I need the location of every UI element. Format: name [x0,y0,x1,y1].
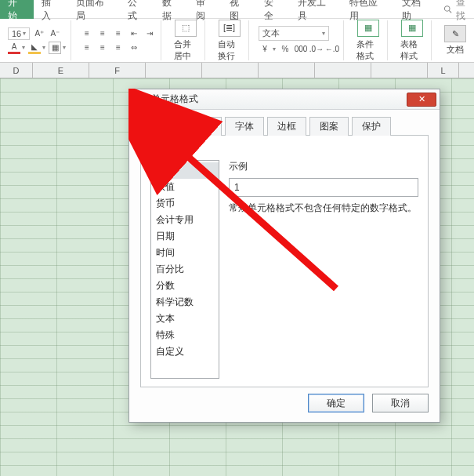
border-button[interactable]: ▦▾ [49,42,66,54]
number-format-selector[interactable]: 文本▾ [259,26,329,41]
dialog-button-row: 确定 取消 [129,394,440,422]
category-item[interactable]: 科学记数 [151,294,219,311]
close-button[interactable]: ✕ [407,93,436,107]
auto-wrap-label: 自动换行 [218,38,241,62]
category-item[interactable]: 自定义 [151,343,219,360]
column-header[interactable]: E [33,63,89,78]
indent-right-icon[interactable]: ⇥ [143,27,156,40]
text-group-icon: ✎ [444,25,466,42]
align-right-icon[interactable]: ≡ [112,42,125,54]
search-box[interactable]: 查找 [437,0,474,23]
conditional-format-icon: ▦ [357,20,379,37]
category-list[interactable]: 常规数值货币会计专用日期时间百分比分数科学记数文本特殊自定义 [150,160,219,379]
ribbon-text-group: ✎ 文档 [436,20,474,60]
percent-icon[interactable]: % [279,42,291,55]
auto-wrap-icon: [≣] [219,20,241,37]
merge-center-button[interactable]: ⬚ 合并居中 [171,20,200,62]
search-label: 查找 [456,0,474,23]
merge-center-icon: ⬚ [175,20,197,37]
font-color-icon: A [8,42,20,54]
dialog-title: 单元格格式 [151,93,407,106]
dialog-body: 分类(C): 常规数值货币会计专用日期时间百分比分数科学记数文本特殊自定义 示例… [140,135,429,387]
cancel-button[interactable]: 取消 [372,394,429,412]
currency-button[interactable]: ¥▾ [259,42,276,55]
increase-decimal-icon[interactable]: .0→ [310,42,323,55]
font-color-button[interactable]: A▾ [8,42,25,54]
format-description: 常规单元格格式不包含任何特定的数字格式。 [229,202,418,215]
app-icon: S [134,93,147,106]
tab-font[interactable]: 字体 [225,117,264,136]
tab-pattern[interactable]: 图案 [309,117,349,136]
menu-data[interactable]: 数据 [154,0,188,19]
decrease-font-icon[interactable]: A⁻ [49,27,61,40]
category-item[interactable]: 百分比 [151,261,219,278]
column-header[interactable] [315,63,371,78]
column-header[interactable] [371,63,428,78]
column-header[interactable]: F [89,63,146,78]
category-item[interactable]: 文本 [151,311,219,327]
indent-left-icon[interactable]: ⇤ [128,27,140,40]
column-header[interactable] [259,63,315,78]
align-bottom-icon[interactable]: ≡ [112,27,125,40]
align-left-icon[interactable]: ≡ [81,42,93,54]
menu-dev-tools[interactable]: 开发工具 [290,0,342,19]
column-header[interactable] [202,63,259,78]
ribbon-align-group: ≡ ≡ ≡ ⇤ ⇥ ≡ ≡ ≡ ⇔ [76,20,161,60]
menu-review[interactable]: 审阅 [188,0,222,19]
column-headers: DEFL [0,63,474,78]
conditional-format-button[interactable]: ▦ 条件格式 [353,20,382,62]
merge-center-label: 合并居中 [174,38,197,62]
category-item[interactable]: 日期 [151,228,219,245]
category-item[interactable]: 数值 [151,179,219,195]
align-center-icon[interactable]: ≡ [96,42,109,54]
menu-view[interactable]: 视图 [222,0,255,19]
category-item[interactable]: 常规 [151,162,219,179]
ribbon-table-style-group: ▦ 表格样式 [393,20,432,60]
align-middle-icon[interactable]: ≡ [96,27,109,40]
category-item[interactable]: 时间 [151,245,219,261]
ribbon: 16▾ A⁺ A⁻ A▾ ◣▾ ▦▾ ≡ ≡ ≡ ⇤ ⇥ ≡ ≡ ≡ ⇔ ⬚ 合… [0,19,474,63]
sample-label: 示例 [229,160,418,173]
menu-special-apps[interactable]: 特色应用 [342,0,394,19]
tab-start[interactable]: 开始 [0,0,34,19]
dialog-titlebar[interactable]: S 单元格格式 ✕ [129,89,440,110]
comma-icon[interactable]: 000 [295,42,307,55]
tab-border[interactable]: 边框 [267,117,306,136]
text-group-button[interactable]: ✎ 文档 [441,25,469,56]
tab-number[interactable]: 数字 [140,117,179,136]
ribbon-font-group: 16▾ A⁺ A⁻ A▾ ◣▾ ▦▾ [3,20,71,60]
category-detail-pane: 示例 1 常规单元格格式不包含任何特定的数字格式。 [229,160,418,379]
ribbon-wrap-group: [≣] 自动换行 [210,20,249,60]
svg-point-0 [445,5,450,11]
menu-formula[interactable]: 公式 [120,0,154,19]
menu-bar: 开始 插入 页面布局 公式 数据 审阅 视图 安全 开发工具 特色应用 文档助 … [0,0,474,19]
tab-alignment[interactable]: 对齐 [183,117,222,136]
category-item[interactable]: 货币 [151,195,219,212]
currency-icon: ¥ [259,42,271,55]
menu-doc-assist[interactable]: 文档助 [394,0,437,19]
category-item[interactable]: 分数 [151,278,219,294]
fill-color-button[interactable]: ◣▾ [28,42,45,54]
menu-security[interactable]: 安全 [256,0,290,19]
decrease-decimal-icon[interactable]: ←.0 [326,42,338,55]
table-style-icon: ▦ [401,20,423,37]
tab-protect[interactable]: 保护 [352,117,391,136]
increase-font-icon[interactable]: A⁺ [33,27,45,40]
ok-button[interactable]: 确定 [308,394,364,412]
column-header[interactable]: D [0,63,33,78]
menu-page-layout[interactable]: 页面布局 [68,0,121,19]
font-size-selector[interactable]: 16▾ [8,27,30,40]
ribbon-cond-format-group: ▦ 条件格式 [349,20,388,60]
category-label: 分类(C): [150,144,418,157]
table-style-button[interactable]: ▦ 表格样式 [397,20,426,62]
column-header[interactable] [146,63,202,78]
svg-line-1 [449,10,451,13]
menu-insert[interactable]: 插入 [34,0,67,19]
align-top-icon[interactable]: ≡ [81,27,93,40]
category-item[interactable]: 特殊 [151,327,219,343]
conditional-format-label: 条件格式 [356,38,379,62]
auto-wrap-button[interactable]: [≣] 自动换行 [215,20,244,62]
column-header[interactable]: L [428,63,459,78]
merge-across-icon[interactable]: ⇔ [128,42,140,54]
category-item[interactable]: 会计专用 [151,212,219,228]
